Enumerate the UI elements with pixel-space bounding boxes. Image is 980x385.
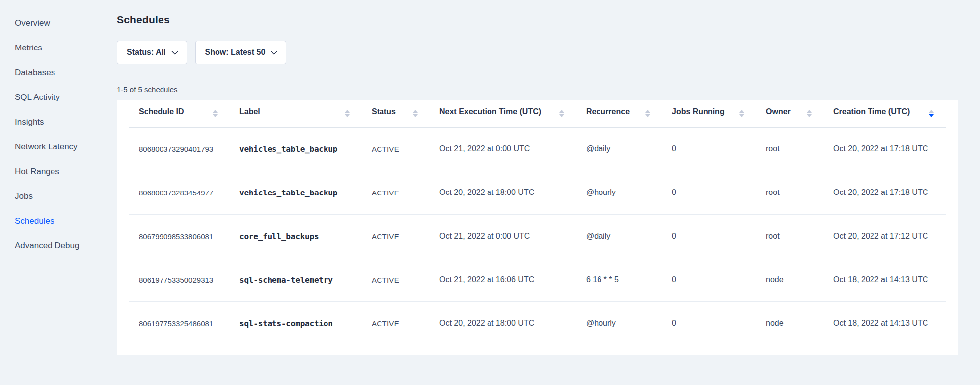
schedule-label-cell: sql-stats-compaction — [229, 301, 362, 345]
schedule-id-cell: 806197753325486081 — [129, 301, 229, 345]
owner-cell: node — [756, 301, 823, 345]
recurrence-cell: 6 16 * * 5 — [576, 258, 662, 301]
jobs-running-cell: 0 — [662, 127, 756, 171]
next-execution-cell: Oct 20, 2022 at 18:00 UTC — [430, 171, 576, 214]
recurrence-cell: @daily — [576, 127, 662, 171]
column-header-label[interactable]: Label — [229, 100, 362, 127]
column-label: Owner — [766, 107, 791, 119]
sidebar-item-advanced-debug[interactable]: Advanced Debug — [0, 234, 117, 258]
column-label: Schedule ID — [139, 107, 184, 119]
table-row: 806800373290401793 vehicles_table_backup… — [129, 127, 946, 171]
column-header-status[interactable]: Status — [362, 100, 430, 127]
sort-icon[interactable] — [345, 110, 350, 117]
column-header-next-execution-time[interactable]: Next Execution Time (UTC) — [430, 100, 576, 127]
sort-icon[interactable] — [645, 110, 650, 117]
owner-cell: node — [756, 258, 823, 301]
recurrence-cell: @hourly — [576, 171, 662, 214]
recurrence-cell: @hourly — [576, 301, 662, 345]
table-row: 806800373283454977 vehicles_table_backup… — [129, 171, 946, 214]
show-filter-label: Show: Latest 50 — [205, 48, 266, 57]
column-label: Label — [239, 107, 260, 119]
sidebar-item-databases[interactable]: Databases — [0, 60, 117, 85]
sidebar-item-network-latency[interactable]: Network Latency — [0, 135, 117, 159]
status-cell: ACTIVE — [362, 171, 430, 214]
status-filter-label: Status: All — [127, 48, 166, 57]
sidebar-item-jobs[interactable]: Jobs — [0, 184, 117, 209]
table-header-row: Schedule ID Label Status Next Execution … — [129, 100, 946, 127]
filter-bar: Status: All Show: Latest 50 — [117, 41, 958, 64]
next-execution-cell: Oct 21, 2022 at 0:00 UTC — [430, 127, 576, 171]
results-count: 1-5 of 5 schedules — [117, 84, 958, 95]
creation-time-cell: Oct 20, 2022 at 17:18 UTC — [823, 127, 946, 171]
main-content: Schedules Status: All Show: Latest 50 1-… — [117, 0, 980, 355]
status-cell: ACTIVE — [362, 301, 430, 345]
status-filter-dropdown[interactable]: Status: All — [117, 41, 187, 64]
column-header-recurrence[interactable]: Recurrence — [576, 100, 662, 127]
next-execution-cell: Oct 21, 2022 at 16:06 UTC — [430, 258, 576, 301]
jobs-running-cell: 0 — [662, 171, 756, 214]
creation-time-cell: Oct 18, 2022 at 14:13 UTC — [823, 258, 946, 301]
sort-icon[interactable] — [559, 110, 564, 117]
owner-cell: root — [756, 171, 823, 214]
schedule-label-cell: core_full_backups — [229, 214, 362, 258]
jobs-running-cell: 0 — [662, 214, 756, 258]
sort-icon[interactable] — [213, 110, 218, 117]
sort-icon[interactable] — [929, 110, 934, 117]
app-root: Overview Metrics Databases SQL Activity … — [0, 0, 980, 385]
schedules-table-panel: Schedule ID Label Status Next Execution … — [117, 100, 958, 355]
chevron-down-icon — [271, 48, 277, 54]
sort-icon[interactable] — [807, 110, 812, 117]
show-filter-dropdown[interactable]: Show: Latest 50 — [195, 41, 287, 64]
column-label: Recurrence — [586, 107, 630, 119]
status-cell: ACTIVE — [362, 258, 430, 301]
column-header-owner[interactable]: Owner — [756, 100, 823, 127]
schedule-label-cell: sql-schema-telemetry — [229, 258, 362, 301]
page-title: Schedules — [117, 13, 958, 27]
column-header-schedule-id[interactable]: Schedule ID — [129, 100, 229, 127]
table-row: 806799098533806081 core_full_backups ACT… — [129, 214, 946, 258]
column-header-creation-time[interactable]: Creation Time (UTC) — [823, 100, 946, 127]
sidebar-item-metrics[interactable]: Metrics — [0, 36, 117, 60]
sidebar-item-overview[interactable]: Overview — [0, 11, 117, 36]
recurrence-cell: @daily — [576, 214, 662, 258]
status-cell: ACTIVE — [362, 214, 430, 258]
sort-icon[interactable] — [739, 110, 744, 117]
next-execution-cell: Oct 21, 2022 at 0:00 UTC — [430, 214, 576, 258]
schedule-id-cell: 806197753350029313 — [129, 258, 229, 301]
schedule-id-cell: 806800373290401793 — [129, 127, 229, 171]
schedule-id-cell: 806799098533806081 — [129, 214, 229, 258]
jobs-running-cell: 0 — [662, 301, 756, 345]
jobs-running-cell: 0 — [662, 258, 756, 301]
next-execution-cell: Oct 20, 2022 at 18:00 UTC — [430, 301, 576, 345]
sort-icon[interactable] — [413, 110, 418, 117]
creation-time-cell: Oct 20, 2022 at 17:18 UTC — [823, 171, 946, 214]
table-row: 806197753325486081 sql-stats-compaction … — [129, 301, 946, 345]
sidebar-item-sql-activity[interactable]: SQL Activity — [0, 85, 117, 110]
column-header-jobs-running[interactable]: Jobs Running — [662, 100, 756, 127]
table-row: 806197753350029313 sql-schema-telemetry … — [129, 258, 946, 301]
schedules-table: Schedule ID Label Status Next Execution … — [129, 100, 946, 345]
status-cell: ACTIVE — [362, 127, 430, 171]
column-label: Jobs Running — [672, 107, 725, 119]
schedule-label-cell: vehicles_table_backup — [229, 127, 362, 171]
sidebar-item-hot-ranges[interactable]: Hot Ranges — [0, 159, 117, 184]
column-label: Next Execution Time (UTC) — [439, 107, 541, 119]
sidebar-item-insights[interactable]: Insights — [0, 110, 117, 135]
sidebar-item-schedules[interactable]: Schedules — [0, 209, 117, 234]
column-label: Creation Time (UTC) — [833, 107, 910, 119]
sidebar: Overview Metrics Databases SQL Activity … — [0, 0, 117, 385]
schedule-label-cell: vehicles_table_backup — [229, 171, 362, 214]
chevron-down-icon — [171, 48, 178, 54]
creation-time-cell: Oct 20, 2022 at 17:12 UTC — [823, 214, 946, 258]
owner-cell: root — [756, 214, 823, 258]
creation-time-cell: Oct 18, 2022 at 14:13 UTC — [823, 301, 946, 345]
schedule-id-cell: 806800373283454977 — [129, 171, 229, 214]
column-label: Status — [372, 107, 396, 119]
owner-cell: root — [756, 127, 823, 171]
